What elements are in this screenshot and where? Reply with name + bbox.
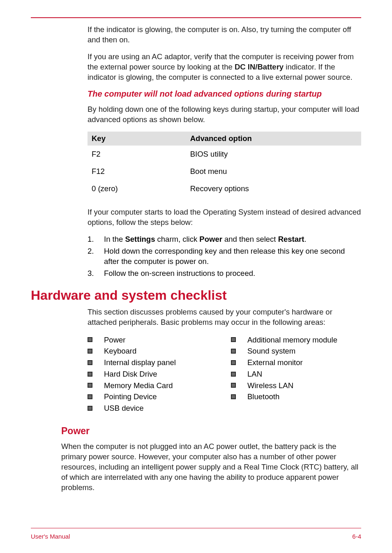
list-item: LAN xyxy=(231,368,361,380)
cell-key: F2 xyxy=(88,146,186,163)
bullet-label: Pointing Device xyxy=(104,391,157,403)
bullet-label: Memory Media Card xyxy=(104,380,173,391)
bullet-icon xyxy=(88,406,92,411)
text-fragment: In the xyxy=(104,235,125,243)
heading-hardware-checklist: Hardware and system checklist xyxy=(31,288,361,303)
bullet-label: Internal display panel xyxy=(104,357,176,368)
cell-option: BIOS utility xyxy=(186,146,361,163)
bold-restart: Restart xyxy=(278,235,304,243)
ol-item-3: 3. Follow the on-screen instructions to … xyxy=(88,268,361,279)
top-rule xyxy=(31,17,361,18)
bullet-columns: Power Keyboard Internal display panel Ha… xyxy=(88,334,361,414)
footer-left: User's Manual xyxy=(31,533,70,540)
list-item: External monitor xyxy=(231,357,361,368)
bullet-label: USB device xyxy=(104,403,144,414)
ol-number: 1. xyxy=(88,234,104,245)
ol-item-2: 2. Hold down the corresponding key and t… xyxy=(88,246,361,267)
paragraph-section-intro: This section discusses problems caused b… xyxy=(88,307,361,328)
ordered-list: 1. In the Settings charm, click Power an… xyxy=(88,234,361,279)
heading-power: Power xyxy=(61,426,361,437)
bullet-icon xyxy=(88,372,92,377)
page-content: If the indicator is glowing, the compute… xyxy=(31,25,361,500)
paragraph-holding-keys: By holding down one of the following key… xyxy=(88,104,361,125)
list-item: Internal display panel xyxy=(88,357,218,368)
paragraph-os-instead: If your computer starts to load the Oper… xyxy=(88,207,361,228)
table-row: 0 (zero) Recovery options xyxy=(88,180,361,197)
list-item: Pointing Device xyxy=(88,391,218,403)
bullet-icon xyxy=(88,337,92,342)
bullet-icon xyxy=(231,394,236,399)
cell-key: F12 xyxy=(88,163,186,180)
table-header-key: Key xyxy=(88,132,186,146)
bullet-icon xyxy=(88,349,92,354)
bullet-col-left: Power Keyboard Internal display panel Ha… xyxy=(88,334,218,414)
bold-settings: Settings xyxy=(125,235,155,243)
paragraph-indicator-on: If the indicator is glowing, the compute… xyxy=(88,25,361,45)
list-item: Bluetooth xyxy=(231,391,361,403)
bullet-icon xyxy=(231,372,236,377)
list-item: Memory Media Card xyxy=(88,380,218,391)
bullet-icon xyxy=(231,349,236,354)
text-fragment: . xyxy=(304,235,306,243)
bullet-label: Sound system xyxy=(247,345,295,357)
bold-power: Power xyxy=(199,235,222,243)
footer-right: 6-4 xyxy=(352,533,361,540)
list-item: Sound system xyxy=(231,345,361,357)
bullet-icon xyxy=(88,394,92,399)
bullet-icon xyxy=(88,383,92,388)
bullet-col-right: Additional memory module Sound system Ex… xyxy=(231,334,361,414)
list-item: Additional memory module xyxy=(231,334,361,346)
paragraph-power-intro: When the computer is not plugged into an… xyxy=(61,442,361,493)
list-item: Wireless LAN xyxy=(231,380,361,391)
bullet-icon xyxy=(231,337,236,342)
cell-option: Recovery options xyxy=(186,180,361,197)
bullet-label: Wireless LAN xyxy=(247,380,293,391)
table-header-option: Advanced option xyxy=(186,132,361,146)
text-fragment: and then select xyxy=(222,235,278,243)
table-row: F12 Boot menu xyxy=(88,163,361,180)
ol-number: 2. xyxy=(88,246,104,267)
paragraph-ac-adaptor: If you are using an AC adaptor, verify t… xyxy=(88,52,361,83)
page-footer: User's Manual 6-4 xyxy=(31,533,361,540)
bullet-label: Hard Disk Drive xyxy=(104,368,157,380)
cell-key: 0 (zero) xyxy=(88,180,186,197)
heading-advanced-options: The computer will not load advanced opti… xyxy=(88,89,361,99)
bullet-label: LAN xyxy=(247,368,262,380)
ol-item-1: 1. In the Settings charm, click Power an… xyxy=(88,234,361,245)
bullet-label: Bluetooth xyxy=(247,391,279,403)
text-fragment: charm, click xyxy=(155,235,199,243)
table-row: F2 BIOS utility xyxy=(88,146,361,163)
list-item: Power xyxy=(88,334,218,346)
ol-text: In the Settings charm, click Power and t… xyxy=(104,234,307,245)
bullet-label: Power xyxy=(104,334,125,346)
cell-option: Boot menu xyxy=(186,163,361,180)
bullet-icon xyxy=(231,360,236,365)
ol-text: Follow the on-screen instructions to pro… xyxy=(104,268,255,279)
bold-dc-in-battery: DC IN/Battery xyxy=(235,62,284,71)
list-item: Hard Disk Drive xyxy=(88,368,218,380)
bullet-label: Additional memory module xyxy=(247,334,337,346)
key-table: Key Advanced option F2 BIOS utility F12 … xyxy=(88,132,361,197)
list-item: USB device xyxy=(88,403,218,414)
bullet-icon xyxy=(231,383,236,388)
list-item: Keyboard xyxy=(88,345,218,357)
footer-rule xyxy=(31,528,361,528)
bullet-label: Keyboard xyxy=(104,345,136,357)
bullet-icon xyxy=(88,360,92,365)
ol-number: 3. xyxy=(88,268,104,279)
bullet-label: External monitor xyxy=(247,357,303,368)
ol-text: Hold down the corresponding key and then… xyxy=(104,246,361,267)
